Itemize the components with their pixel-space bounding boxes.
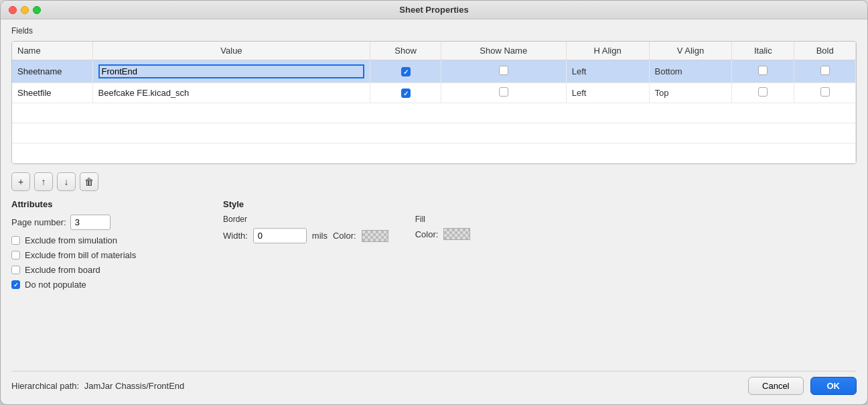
cell-bold[interactable] [794,60,856,83]
ok-button[interactable]: OK [810,377,857,395]
italic-checkbox[interactable] [758,87,768,97]
border-color-label: Color: [333,231,356,241]
mils-label: mils [312,231,328,241]
col-name: Name [12,42,92,60]
fill-color-row: Color: [415,228,471,240]
border-label: Border [223,215,388,224]
exclude-board-checkbox[interactable] [11,266,20,274]
move-down-button[interactable]: ↓ [57,172,76,191]
page-number-input[interactable] [70,215,111,230]
page-number-label: Page number: [11,217,66,227]
close-button[interactable] [9,6,17,14]
do-not-populate-row: Do not populate [11,280,212,290]
style-title: Style [223,199,857,209]
border-fill-row: Border Width: mils Color: Fill [223,215,857,249]
footer: Hierarchical path: JamJar Chassis/FrontE… [11,371,857,398]
exclude-bom-checkbox[interactable] [11,251,20,259]
exclude-simulation-row: Exclude from simulation [11,235,212,245]
col-italic: Italic [732,42,794,60]
cell-show-name[interactable] [441,83,566,103]
border-width-row: Width: mils Color: [223,228,388,243]
do-not-populate-checkbox[interactable] [11,280,20,289]
table-header-row: Name Value Show Show Name H Align V Alig… [12,42,856,60]
title-bar: Sheet Properties [1,1,867,19]
empty-row [12,123,856,143]
exclude-simulation-checkbox[interactable] [11,236,20,245]
fill-block: Fill Color: [415,215,471,245]
add-button[interactable]: + [11,172,30,191]
show-checkbox[interactable] [401,67,411,76]
width-label: Width: [223,231,248,241]
fill-color-swatch[interactable] [443,228,470,240]
col-bold: Bold [794,42,856,60]
show-checkbox[interactable] [401,89,411,98]
cell-italic[interactable] [732,60,794,83]
exclude-bom-label: Exclude from bill of materials [25,250,136,260]
fill-color-label: Color: [415,229,439,239]
border-block: Border Width: mils Color: [223,215,388,249]
cell-show[interactable] [370,83,441,103]
cell-name: Sheetname [12,60,92,83]
window: Sheet Properties Fields Name Value Show … [0,0,868,405]
italic-checkbox[interactable] [758,66,768,75]
attributes-title: Attributes [11,199,212,209]
cell-value-editing[interactable] [92,60,370,83]
delete-button[interactable]: 🗑 [80,172,98,191]
bottom-sections: Attributes Page number: Exclude from sim… [11,199,857,365]
empty-row [12,143,856,164]
bold-checkbox[interactable] [820,87,830,97]
empty-row [12,103,856,123]
value-input[interactable] [98,64,365,78]
cell-value: Beefcake FE.kicad_sch [92,83,370,103]
col-h-align: H Align [566,42,649,60]
table-row[interactable]: Sheetname Left Bottom [12,60,856,83]
fields-label: Fields [11,26,857,36]
window-title: Sheet Properties [399,5,468,15]
cancel-button[interactable]: Cancel [748,377,803,395]
col-value: Value [92,42,370,60]
cell-v-align: Bottom [649,60,732,83]
hierarchical-path-label: Hierarchical path: [11,381,79,391]
fields-table: Name Value Show Show Name H Align V Alig… [11,41,857,164]
show-name-checkbox[interactable] [499,87,508,97]
maximize-button[interactable] [33,6,41,14]
exclude-board-row: Exclude from board [11,265,212,275]
exclude-simulation-label: Exclude from simulation [25,235,117,245]
style-section: Style Border Width: mils Color: [223,199,857,365]
col-show-name: Show Name [441,42,566,60]
cell-v-align: Top [649,83,732,103]
move-up-button[interactable]: ↑ [34,172,53,191]
table-row[interactable]: Sheetfile Beefcake FE.kicad_sch Left Top [12,83,856,103]
toolbar: + ↑ ↓ 🗑 [11,170,857,194]
footer-buttons: Cancel OK [748,377,857,395]
main-content: Fields Name Value Show Show Name H Align… [1,19,867,404]
hierarchical-path-value: JamJar Chassis/FrontEnd [84,381,185,391]
attributes-section: Attributes Page number: Exclude from sim… [11,199,212,365]
border-color-swatch[interactable] [362,230,388,242]
col-show: Show [370,42,441,60]
bold-checkbox[interactable] [820,66,830,75]
minimize-button[interactable] [21,6,29,14]
cell-italic[interactable] [732,83,794,103]
border-width-input[interactable] [253,228,307,243]
traffic-lights [9,6,41,14]
cell-name: Sheetfile [12,83,92,103]
cell-h-align: Left [566,60,649,83]
exclude-board-label: Exclude from board [25,265,100,275]
page-number-row: Page number: [11,215,212,230]
do-not-populate-label: Do not populate [25,280,86,290]
cell-show-name[interactable] [441,60,566,83]
cell-show[interactable] [370,60,441,83]
show-name-checkbox[interactable] [499,66,508,75]
fill-label: Fill [415,215,471,224]
cell-h-align: Left [566,83,649,103]
cell-bold[interactable] [794,83,856,103]
col-v-align: V Align [649,42,732,60]
exclude-bom-row: Exclude from bill of materials [11,250,212,260]
hierarchical-path: Hierarchical path: JamJar Chassis/FrontE… [11,381,184,391]
